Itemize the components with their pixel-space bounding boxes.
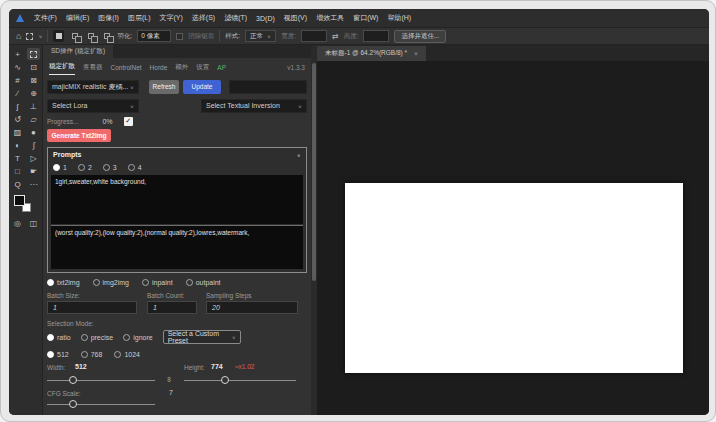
tab-settings[interactable]: 设置 bbox=[196, 59, 209, 75]
panel-title-tab[interactable]: SD操作 (稳定扩散) bbox=[43, 45, 113, 58]
tab-stable-diffusion[interactable]: 稳定扩散 bbox=[49, 59, 75, 75]
prompt-slot-2[interactable]: 2 bbox=[78, 164, 92, 171]
close-tab-icon[interactable]: × bbox=[414, 50, 418, 57]
path-selection-tool[interactable]: ▷ bbox=[27, 152, 40, 164]
selection-precise-radio[interactable]: precise bbox=[81, 334, 114, 341]
mode-outpaint-radio[interactable]: outpaint bbox=[186, 279, 221, 286]
spot-healing-tool[interactable]: ⊕ bbox=[27, 87, 40, 99]
panel-scrollbar-thumb[interactable] bbox=[312, 63, 316, 281]
menu-item-window[interactable]: 窗口(W) bbox=[353, 13, 378, 23]
history-brush-tool[interactable]: ↺ bbox=[11, 113, 24, 125]
height-field[interactable] bbox=[363, 30, 389, 42]
rect-marquee-tool[interactable] bbox=[27, 48, 40, 60]
document-tab[interactable]: 未标题-1 @ 64.2%(RGB/8) * × bbox=[317, 46, 426, 61]
mode-txt2img-radio[interactable]: txt2img bbox=[47, 279, 80, 286]
home-icon[interactable]: ⌂ bbox=[16, 31, 21, 41]
width-slider-knob[interactable] bbox=[69, 376, 77, 384]
crop-tool[interactable]: # bbox=[11, 74, 24, 86]
prompt-slot-3[interactable]: 3 bbox=[103, 164, 117, 171]
document-canvas[interactable] bbox=[345, 183, 683, 373]
size-768-radio[interactable]: 768 bbox=[81, 351, 103, 358]
menu-item-view[interactable]: 视图(V) bbox=[284, 13, 307, 23]
frame-tool[interactable]: ⊠ bbox=[27, 74, 40, 86]
selection-ignore-radio[interactable]: ignore bbox=[123, 334, 152, 341]
mode-img2img-radio[interactable]: img2img bbox=[93, 279, 129, 286]
feather-input[interactable]: 0 像素 bbox=[137, 30, 171, 42]
swap-dimensions-icon[interactable]: ⇄ bbox=[332, 32, 339, 41]
foreground-color-swatch[interactable] bbox=[14, 195, 25, 206]
dodge-tool[interactable]: ◐ bbox=[11, 139, 24, 151]
menu-item-image[interactable]: 图像(I) bbox=[98, 13, 119, 23]
collapse-icon[interactable]: ∨ bbox=[297, 152, 301, 157]
update-button[interactable]: Update bbox=[183, 80, 221, 94]
subtract-selection-button[interactable] bbox=[85, 30, 96, 42]
menu-item-edit[interactable]: 编辑(E) bbox=[66, 13, 89, 23]
menu-item-file[interactable]: 文件(F) bbox=[34, 13, 57, 23]
height-slider-knob[interactable] bbox=[221, 376, 229, 384]
prompt-slot-1[interactable]: 1 bbox=[53, 164, 67, 171]
cfg-slider-knob[interactable] bbox=[69, 400, 77, 408]
selection-ratio-radio[interactable]: ratio bbox=[47, 334, 71, 341]
more-tools-button[interactable]: ⋯ bbox=[27, 178, 40, 190]
new-selection-button[interactable] bbox=[53, 30, 64, 42]
clone-stamp-tool[interactable]: ⊥ bbox=[27, 100, 40, 112]
gradient-tool[interactable]: ▨ bbox=[11, 126, 24, 138]
width-field[interactable] bbox=[301, 30, 327, 42]
eraser-tool[interactable]: ▱ bbox=[27, 113, 40, 125]
generate-txt2img-button[interactable]: Generate Txt2Img bbox=[47, 129, 111, 142]
menu-item-3d[interactable]: 3D(D) bbox=[256, 15, 275, 22]
type-tool[interactable]: T bbox=[11, 152, 24, 164]
select-and-mask-button[interactable]: 选择并遮住... bbox=[394, 30, 446, 43]
chevron-down-icon[interactable]: ∨ bbox=[38, 34, 42, 39]
tab-viewer[interactable]: 查看器 bbox=[83, 59, 103, 75]
color-swatches[interactable] bbox=[11, 194, 40, 216]
brush-tool[interactable]: ʃ bbox=[11, 100, 24, 112]
marquee-tool-preset-icon[interactable] bbox=[26, 33, 33, 40]
width-slider[interactable] bbox=[47, 376, 155, 385]
menu-item-filter[interactable]: 滤镜(T) bbox=[224, 13, 247, 23]
menu-item-plugins[interactable]: 增效工具 bbox=[316, 13, 344, 23]
mode-inpaint-radio[interactable]: inpaint bbox=[142, 279, 173, 286]
intersect-selection-button[interactable] bbox=[101, 30, 112, 42]
live-preview-checkbox[interactable]: ✓ bbox=[124, 117, 133, 126]
height-slider[interactable] bbox=[184, 376, 296, 385]
shape-tool[interactable]: □ bbox=[11, 165, 24, 177]
zoom-tool[interactable]: Q bbox=[11, 178, 24, 190]
blur-tool[interactable]: ● bbox=[27, 126, 40, 138]
quick-mask-button[interactable]: ◎ bbox=[11, 217, 24, 229]
antialias-checkbox[interactable] bbox=[176, 33, 183, 40]
size-1024-radio[interactable]: 1024 bbox=[114, 351, 140, 358]
pen-tool[interactable]: ∫ bbox=[27, 139, 40, 151]
menu-item-type[interactable]: 文字(Y) bbox=[159, 13, 182, 23]
tab-ap[interactable]: AP bbox=[217, 59, 226, 75]
prompt-slot-4[interactable]: 4 bbox=[128, 164, 142, 171]
tab-horde[interactable]: Horde bbox=[150, 59, 168, 75]
menu-item-select[interactable]: 选择(S) bbox=[192, 13, 215, 23]
negative-prompt-textarea[interactable]: (worst quality:2),(low quality:2),(norma… bbox=[51, 225, 303, 269]
object-selection-tool[interactable]: ⊡ bbox=[27, 61, 40, 73]
cfg-scale-slider[interactable] bbox=[47, 400, 155, 409]
sampling-steps-input[interactable]: 20 bbox=[206, 301, 298, 314]
secondary-select[interactable] bbox=[229, 80, 307, 94]
lasso-tool[interactable]: ∿ bbox=[11, 61, 24, 73]
textual-inversion-select[interactable]: Select Textual Inversion∨ bbox=[201, 99, 307, 113]
tab-controlnet[interactable]: ControlNet bbox=[111, 59, 142, 75]
menu-item-help[interactable]: 帮助(H) bbox=[387, 13, 411, 23]
custom-preset-select[interactable]: Select a Custom Preset∨ bbox=[163, 330, 241, 344]
menu-item-layer[interactable]: 图层(L) bbox=[128, 13, 151, 23]
hand-tool[interactable]: ☛ bbox=[27, 165, 40, 177]
tab-extra[interactable]: 额外 bbox=[175, 59, 188, 75]
batch-size-input[interactable]: 1 bbox=[47, 301, 137, 314]
add-selection-button[interactable] bbox=[69, 30, 80, 42]
lora-select[interactable]: Select Lora∨ bbox=[47, 99, 139, 113]
positive-prompt-textarea[interactable]: 1girl,sweater,white background, bbox=[51, 175, 303, 224]
screen-mode-button[interactable]: ◫ bbox=[27, 217, 40, 229]
size-512-radio[interactable]: 512 bbox=[47, 351, 69, 358]
link-dimensions-icon[interactable]: ∞ bbox=[166, 377, 173, 382]
move-tool[interactable]: + bbox=[11, 48, 24, 60]
model-select[interactable]: majicMIX realistic 麦橘...∨ bbox=[47, 80, 139, 94]
eyedropper-tool[interactable]: ∕ bbox=[11, 87, 24, 99]
batch-count-input[interactable]: 1 bbox=[147, 301, 197, 314]
refresh-button[interactable]: Refresh bbox=[149, 80, 179, 94]
style-select[interactable]: 正常∨ bbox=[245, 30, 276, 42]
